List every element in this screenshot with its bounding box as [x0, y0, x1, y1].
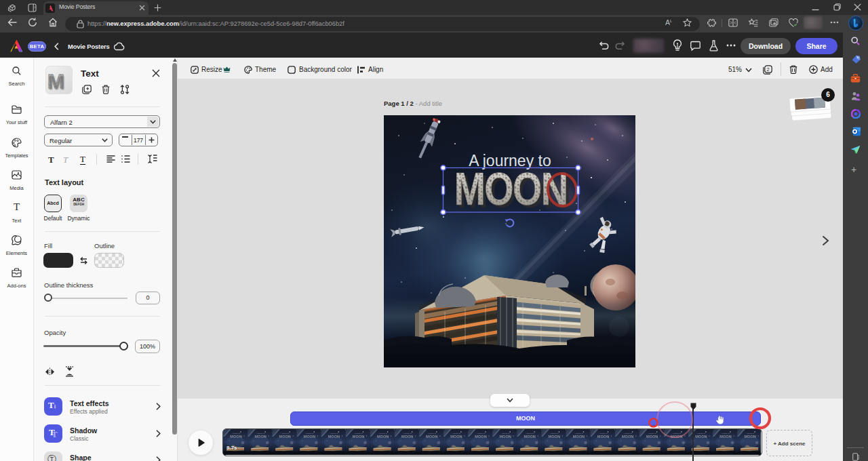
svg-text:2: 2 [767, 66, 770, 73]
svg-text:MOON: MOON [454, 163, 568, 214]
